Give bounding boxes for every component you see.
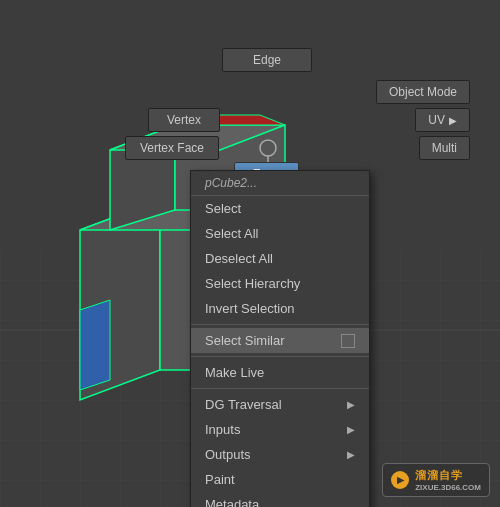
context-menu-header: pCube2... [191,171,369,196]
menu-item-make-live[interactable]: Make Live [191,360,369,385]
multi-button[interactable]: Multi [419,136,470,160]
watermark-text: 溜溜自学 ZIXUE.3D66.COM [415,468,481,492]
watermark-url: ZIXUE.3D66.COM [415,483,481,492]
menu-separator-2 [191,356,369,357]
context-menu: pCube2... Select Select All Deselect All… [190,170,370,507]
vertex-button[interactable]: Vertex [148,108,220,132]
menu-item-dg-traversal[interactable]: DG Traversal ▶ [191,392,369,417]
uv-arrow-icon: ▶ [449,115,457,126]
menu-item-invert-selection[interactable]: Invert Selection [191,296,369,321]
menu-item-select-all[interactable]: Select All [191,221,369,246]
menu-item-select-similar[interactable]: Select Similar [191,328,369,353]
viewport: Edge Object Mode UV ▶ Multi Vertex Verte… [0,0,500,507]
menu-separator-3 [191,388,369,389]
uv-label: UV [428,113,445,127]
select-similar-checkbox[interactable] [341,334,355,348]
menu-separator-1 [191,324,369,325]
edge-mode-button[interactable]: Edge [222,48,312,72]
inputs-arrow-icon: ▶ [347,424,355,435]
watermark: ▶ 溜溜自学 ZIXUE.3D66.COM [382,463,490,497]
menu-item-paint[interactable]: Paint [191,467,369,492]
edge-button[interactable]: Edge [222,48,312,72]
dg-traversal-arrow-icon: ▶ [347,399,355,410]
menu-item-select-hierarchy[interactable]: Select Hierarchy [191,271,369,296]
svg-marker-9 [80,300,110,390]
menu-item-outputs[interactable]: Outputs ▶ [191,442,369,467]
uv-button[interactable]: UV ▶ [415,108,470,132]
menu-item-metadata[interactable]: Metadata [191,492,369,507]
object-mode-button[interactable]: Object Mode [376,80,470,104]
menu-item-select[interactable]: Select [191,196,369,221]
watermark-site: 溜溜自学 [415,468,481,483]
vertex-face-button[interactable]: Vertex Face [125,136,219,160]
outputs-arrow-icon: ▶ [347,449,355,460]
watermark-play-icon: ▶ [391,471,409,489]
menu-item-deselect-all[interactable]: Deselect All [191,246,369,271]
svg-point-12 [260,140,276,156]
menu-item-inputs[interactable]: Inputs ▶ [191,417,369,442]
